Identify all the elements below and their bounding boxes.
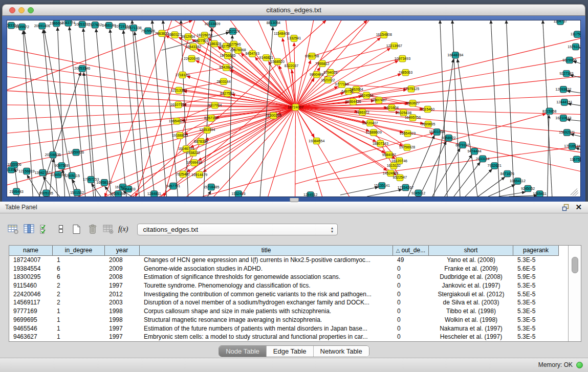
column-header-short[interactable]: short xyxy=(429,246,513,256)
node-label: 9905135 xyxy=(39,191,53,195)
node-label: 1167533 xyxy=(570,158,580,161)
table-cell: Structural magnetic resonance image aver… xyxy=(140,316,393,324)
table-row[interactable]: 911546021997Tourette syndrome. Phenomeno… xyxy=(9,281,581,290)
import-table-icon[interactable] xyxy=(102,224,115,235)
node-label: 12353594 xyxy=(199,128,215,132)
pane-divider-handle[interactable] xyxy=(290,198,299,202)
node-label: 8912954 xyxy=(181,35,195,38)
table-header-row: namein_degreeyeartitle△out_de...shortpag… xyxy=(9,246,581,256)
table-cell: Investigating the contribution of common… xyxy=(140,290,393,299)
table-cell: 2 xyxy=(53,290,105,299)
column-header-out_de[interactable]: △out_de... xyxy=(393,246,429,256)
node-label: 9317004 xyxy=(208,103,222,107)
node-table: namein_degreeyeartitle△out_de...shortpag… xyxy=(9,245,581,342)
table-row[interactable]: 946554611997Estimation of the future num… xyxy=(9,324,581,333)
table-cell: 0 xyxy=(393,265,429,273)
tab-node-table[interactable]: Node Table xyxy=(219,346,267,357)
table-cell: 1997 xyxy=(105,324,140,333)
node-label: 1835506 xyxy=(7,163,21,166)
function-builder-icon[interactable]: f(x) xyxy=(118,225,128,233)
node-label: 16543382 xyxy=(185,45,201,49)
delete-table-icon[interactable] xyxy=(86,224,99,235)
table-cell: Genome-wide association studies in ADHD. xyxy=(140,265,393,273)
node-label: 18807243 xyxy=(373,142,388,145)
node-label: 9245052 xyxy=(521,187,535,190)
network-edge xyxy=(573,61,580,68)
node-label: 9584067 xyxy=(382,153,396,157)
window-titlebar[interactable]: citations_edges.txt xyxy=(2,4,585,16)
network-canvas[interactable]: 1083334943557220691406198669420437741065… xyxy=(7,20,581,197)
table-row[interactable]: 946362711997Embryonic stem cells: a mode… xyxy=(9,333,581,341)
node-label: 12505115 xyxy=(64,174,80,178)
node-label: 15720407 xyxy=(362,121,378,125)
table-row[interactable]: 969969511998Structural magnetic resonanc… xyxy=(9,316,581,324)
network-edge xyxy=(264,107,295,196)
table-selector-dropdown[interactable]: citations_edges.txt ▲▼ xyxy=(137,224,338,235)
column-header-title[interactable]: title xyxy=(140,246,393,256)
node-label: 9115460 xyxy=(421,107,434,111)
network-edge xyxy=(296,75,580,107)
table-cell: 9699695 xyxy=(9,316,53,324)
node-label: 16914479 xyxy=(191,173,207,177)
table-cell: 18300295 xyxy=(9,273,53,281)
node-label: 9245012 xyxy=(411,191,425,195)
table-row[interactable]: 1872400712008Changes of HCN gene express… xyxy=(9,256,581,265)
table-cell: 22420046 xyxy=(9,290,53,299)
node-label: 1938222 xyxy=(186,151,200,155)
table-cell: Dudbridge et al. (2008) xyxy=(429,273,513,281)
node-label: 9227343 xyxy=(559,72,573,75)
network-edge xyxy=(478,177,505,196)
network-edge xyxy=(568,104,580,107)
node-label: 1117543 xyxy=(571,33,580,36)
table-row[interactable]: 1938455462009Genome-wide association stu… xyxy=(9,265,581,273)
table-cell: 0 xyxy=(393,281,429,290)
new-table-icon[interactable] xyxy=(71,224,83,235)
node-label: 8267150 xyxy=(204,116,218,120)
node-label: 1332541 xyxy=(287,36,301,40)
table-row[interactable]: 977716911998Corpus callosum shape and si… xyxy=(9,307,581,316)
table-cell: 5.3E-5 xyxy=(513,307,559,316)
minimize-window-button[interactable] xyxy=(18,7,25,13)
network-graph[interactable]: 1083334943557220691406198669420437741065… xyxy=(7,20,580,196)
memory-status-indicator xyxy=(576,362,583,368)
table-scrollbar[interactable] xyxy=(568,246,581,341)
node-label: 7932621 xyxy=(488,164,502,167)
table-settings-icon[interactable] xyxy=(7,224,19,235)
network-edge xyxy=(322,46,395,63)
table-row[interactable]: 2242004622012Investigating the contribut… xyxy=(9,290,581,299)
node-label: 9463627 xyxy=(406,101,420,105)
scrollbar-thumb[interactable] xyxy=(572,257,578,273)
table-cell: 2 xyxy=(53,281,105,290)
node-label: 17016534 xyxy=(564,145,580,148)
node-label: 1284512 xyxy=(303,193,317,196)
node-label: 16654923 xyxy=(400,132,416,135)
resize-grip-icon[interactable] xyxy=(573,190,578,195)
node-label: 20053346 xyxy=(74,67,90,70)
zoom-window-button[interactable] xyxy=(28,7,34,13)
node-label: 16120746 xyxy=(391,159,407,163)
table-cell: 18724007 xyxy=(9,256,53,265)
row-height-icon[interactable] xyxy=(55,224,67,235)
table-row[interactable]: 1830029562008Estimation of significance … xyxy=(9,273,581,281)
node-label: 22420046 xyxy=(184,57,200,60)
row-selection-icon[interactable] xyxy=(39,224,51,235)
column-header-name[interactable]: name xyxy=(9,246,53,256)
node-label: 2064403 xyxy=(121,187,135,191)
column-header-year[interactable]: year xyxy=(105,246,140,256)
node-label: 7625402 xyxy=(176,172,190,176)
close-panel-icon[interactable]: ✕ xyxy=(575,202,582,213)
tab-edge-table[interactable]: Edge Table xyxy=(267,346,314,357)
table-row[interactable]: 1456911722003Disruption of a novel membe… xyxy=(9,298,581,307)
tab-network-table[interactable]: Network Table xyxy=(314,346,369,357)
node-label: 16958107 xyxy=(96,181,112,184)
column-header-pagerank[interactable]: pagerank xyxy=(513,246,559,256)
node-label: 16495756 xyxy=(405,116,421,119)
table-cell: 1 xyxy=(53,333,105,341)
table-cell: 0 xyxy=(393,273,429,281)
column-header-in_degree[interactable]: in_degree xyxy=(53,246,105,256)
close-window-button[interactable] xyxy=(9,7,15,13)
float-panel-icon[interactable] xyxy=(562,204,570,211)
network-edge xyxy=(230,70,296,107)
column-visibility-icon[interactable] xyxy=(23,224,35,235)
table-cell: 9777169 xyxy=(9,307,53,316)
